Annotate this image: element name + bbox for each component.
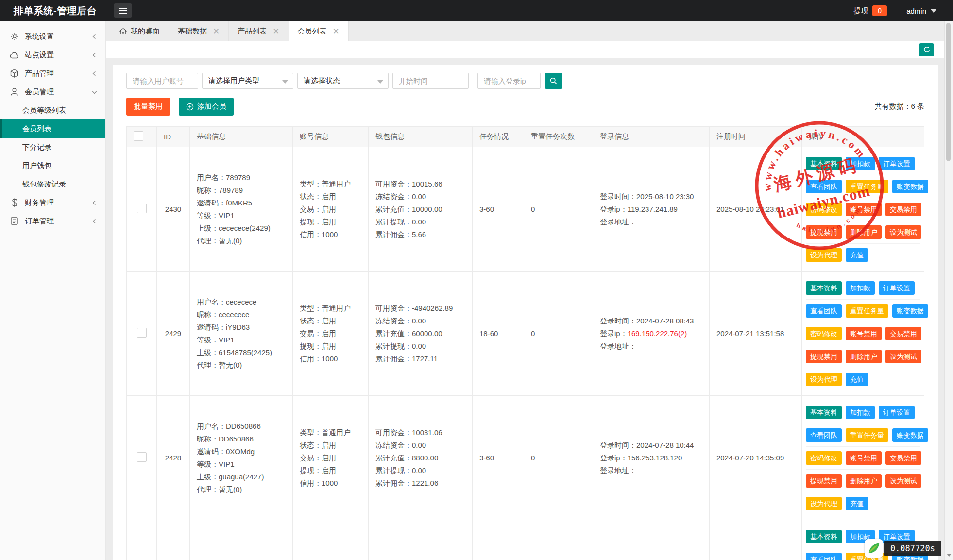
status-select[interactable]: 请选择状态 (297, 73, 389, 89)
row-checkbox[interactable] (137, 452, 147, 462)
action-recharge-button[interactable]: 充值 (846, 497, 868, 510)
action-disable-trade-button[interactable]: 交易禁用 (885, 327, 921, 340)
action-profile-button[interactable]: 基本资料 (806, 406, 842, 419)
scrollbar-thumb[interactable] (946, 23, 951, 161)
tab-close-icon[interactable]: ✕ (333, 27, 340, 35)
user-type-select[interactable]: 请选择用户类型 (202, 73, 293, 89)
select-all-checkbox[interactable] (134, 131, 143, 141)
row-checkbox[interactable] (137, 204, 147, 213)
action-recharge-button[interactable]: 充值 (846, 248, 868, 262)
action-order-settings-button[interactable]: 订单设置 (879, 281, 915, 295)
action-view-team-button[interactable]: 查看团队 (806, 180, 842, 193)
start-time-input[interactable] (392, 73, 469, 89)
action-order-settings-button[interactable]: 订单设置 (879, 157, 915, 170)
sidebar-item-finance-management[interactable]: 财务管理 (0, 193, 105, 212)
sidebar-item-wallet-change-records[interactable]: 钱包修改记录 (0, 175, 105, 193)
login-ip-label: 登录ip： (600, 329, 628, 338)
tab-close-icon[interactable]: ✕ (272, 27, 279, 35)
action-view-team-button[interactable]: 查看团队 (806, 304, 842, 318)
action-view-team-button[interactable]: 查看团队 (806, 428, 842, 442)
action-reset-tasks-button[interactable]: 重置任务量 (846, 428, 888, 442)
task-status-cell: 18-60 (473, 272, 524, 396)
action-disable-withdraw-button[interactable]: 提现禁用 (806, 225, 842, 239)
table-row: 2429 用户名：cececece昵称：cececece邀请码：iY9D63等级… (127, 272, 924, 396)
info-line: 代理：暂无(0) (197, 359, 286, 372)
tab-basic-data[interactable]: 基础数据 ✕ (169, 21, 229, 41)
refresh-button[interactable] (919, 43, 934, 56)
info-line: 邀请码：iY9D63 (197, 321, 286, 334)
sidebar-item-system-settings[interactable]: 系统设置 (0, 27, 105, 46)
action-adjust-balance-button[interactable]: 加扣款 (846, 406, 875, 419)
thinkphp-logo[interactable] (865, 539, 883, 558)
action-profile-button[interactable]: 基本资料 (806, 281, 842, 295)
batch-disable-button[interactable]: 批量禁用 (126, 98, 170, 116)
action-delete-user-button[interactable]: 删除用户 (846, 474, 882, 488)
info-line: 登录时间：2025-08-10 23:30 (600, 190, 702, 203)
action-adjust-balance-button[interactable]: 加扣款 (846, 157, 875, 170)
tab-product-list[interactable]: 产品列表 ✕ (229, 21, 289, 41)
action-reset-tasks-button[interactable]: 重置任务量 (846, 180, 888, 193)
action-disable-account-button[interactable]: 账号禁用 (846, 203, 882, 216)
scrollbar-down-arrow[interactable] (945, 552, 953, 559)
action-disable-account-button[interactable]: 账号禁用 (846, 327, 882, 340)
action-recharge-button[interactable]: 充值 (846, 373, 868, 386)
action-account-changes-button[interactable]: 账变数据 (892, 180, 928, 193)
info-line: 可用资金：10015.66 (375, 178, 465, 190)
action-disable-withdraw-button[interactable]: 提现禁用 (806, 474, 842, 488)
login-ip-value: 156.253.128.120 (628, 454, 682, 462)
sidebar-item-site-settings[interactable]: 站点设置 (0, 46, 105, 64)
chevron-left-icon (91, 34, 98, 40)
member-id-cell (157, 520, 190, 560)
action-reset-tasks-button[interactable]: 重置任务量 (846, 304, 888, 318)
action-account-changes-button[interactable]: 账变数据 (892, 428, 928, 442)
sidebar-item-member-management[interactable]: 会员管理 (0, 83, 105, 101)
action-delete-user-button[interactable]: 删除用户 (846, 225, 882, 239)
task-status-cell (473, 520, 524, 560)
sidebar-item-member-level-list[interactable]: 会员等级列表 (0, 101, 105, 119)
action-order-settings-button[interactable]: 订单设置 (879, 406, 915, 419)
search-button[interactable] (545, 73, 562, 89)
action-disable-account-button[interactable]: 账号禁用 (846, 451, 882, 465)
hamburger-menu-button[interactable] (114, 3, 132, 18)
action-change-password-button[interactable]: 密码修改 (806, 327, 842, 340)
sidebar-item-withdraw-points-records[interactable]: 下分记录 (0, 138, 105, 156)
action-set-agent-button[interactable]: 设为代理 (806, 373, 842, 386)
action-change-password-button[interactable]: 密码修改 (806, 451, 842, 465)
tab-member-list[interactable]: 会员列表 ✕ (289, 21, 349, 41)
hamburger-icon (119, 10, 127, 11)
row-checkbox[interactable] (137, 328, 147, 338)
sidebar-item-member-list[interactable]: 会员列表 (0, 119, 105, 138)
action-disable-trade-button[interactable]: 交易禁用 (885, 203, 921, 216)
action-set-agent-button[interactable]: 设为代理 (806, 248, 842, 262)
action-set-agent-button[interactable]: 设为代理 (806, 497, 842, 510)
login-ip-input[interactable] (477, 73, 541, 89)
tab-my-desktop[interactable]: 我的桌面 (111, 21, 169, 41)
login-ip-label: 登录ip： (600, 454, 628, 462)
sidebar-item-user-wallet[interactable]: 用户钱包 (0, 156, 105, 175)
action-account-changes-button[interactable]: 账变数据 (892, 304, 928, 318)
action-profile-button[interactable]: 基本资料 (806, 157, 842, 170)
action-profile-button[interactable]: 基本资料 (806, 530, 842, 543)
chevron-left-icon (91, 218, 98, 224)
action-disable-trade-button[interactable]: 交易禁用 (885, 451, 921, 465)
status-select-label: 请选择状态 (304, 76, 340, 85)
tab-close-icon[interactable]: ✕ (213, 27, 220, 35)
action-adjust-balance-button[interactable]: 加扣款 (846, 281, 875, 295)
add-member-button[interactable]: 添加会员 (179, 98, 234, 116)
action-set-test-button[interactable]: 设为测试 (885, 350, 921, 363)
account-search-input[interactable] (126, 73, 198, 89)
action-delete-user-button[interactable]: 删除用户 (846, 350, 882, 363)
info-line: 状态：启用 (300, 315, 361, 327)
action-set-test-button[interactable]: 设为测试 (885, 474, 921, 488)
info-line: 昵称：cececece (197, 308, 286, 321)
action-disable-withdraw-button[interactable]: 提现禁用 (806, 350, 842, 363)
info-line: 登录ip：169.150.222.76(2) (600, 327, 702, 340)
action-set-test-button[interactable]: 设为测试 (885, 225, 921, 239)
user-menu[interactable]: admin (906, 7, 936, 15)
withdraw-link[interactable]: 提现 0 (853, 5, 887, 16)
action-change-password-button[interactable]: 密码修改 (806, 203, 842, 216)
sidebar-item-product-management[interactable]: 产品管理 (0, 64, 105, 83)
leaf-logo-icon (867, 541, 881, 556)
action-view-team-button[interactable]: 查看团队 (806, 553, 842, 560)
sidebar-item-order-management[interactable]: 订单管理 (0, 212, 105, 230)
